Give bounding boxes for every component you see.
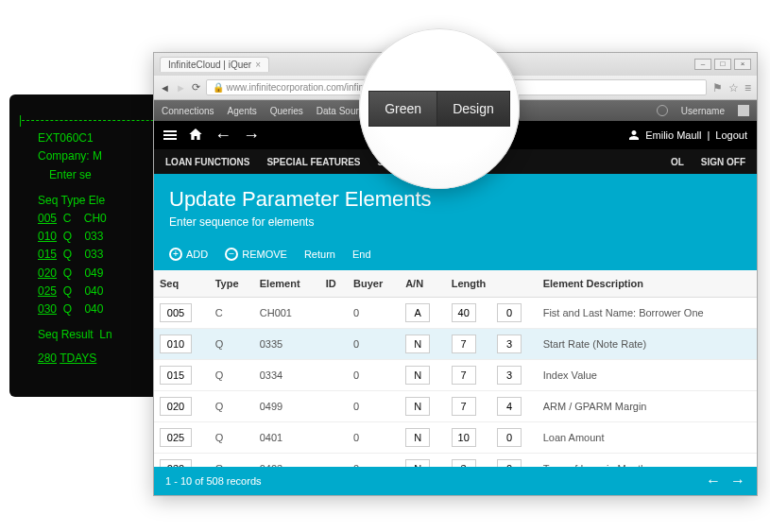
menu-item[interactable]: SPECIAL FEATURES	[266, 157, 360, 167]
cell-element: CH001	[254, 298, 320, 329]
toolbar-item[interactable]: Agents	[228, 106, 257, 116]
table-row[interactable]: Q04990ARM / GPARM Margin	[154, 391, 757, 422]
an-input[interactable]	[405, 303, 430, 322]
toolbar-item[interactable]: Connections	[162, 106, 214, 116]
length-input[interactable]	[452, 397, 476, 416]
an-input[interactable]	[405, 459, 430, 467]
toolbar-item[interactable]: Queries	[270, 106, 303, 116]
cell-type: Q	[210, 454, 254, 468]
terminal-seq-link[interactable]: 010	[38, 230, 57, 243]
cell-buyer: 0	[348, 329, 400, 360]
forward-icon[interactable]: ►	[176, 82, 186, 94]
avatar[interactable]	[738, 105, 749, 116]
reload-icon[interactable]: ⟳	[192, 81, 200, 94]
cell-element: 0499	[254, 391, 320, 422]
flag-icon[interactable]: ⚑	[712, 81, 723, 94]
green-mode-button[interactable]: Green	[368, 91, 436, 127]
seq-input[interactable]	[160, 428, 192, 447]
maximize-button[interactable]: □	[714, 59, 731, 70]
star-icon[interactable]: ☆	[728, 81, 739, 94]
cell-desc: Start Rate (Note Rate)	[538, 329, 757, 360]
col-seq: Seq	[154, 270, 210, 298]
logout-link[interactable]: Logout	[715, 129, 747, 141]
cell-buyer: 0	[348, 360, 400, 391]
cell-element: 0401	[254, 422, 320, 454]
terminal-seq-link[interactable]: 025	[38, 284, 57, 298]
menu-icon[interactable]: ≡	[744, 81, 751, 94]
an-input[interactable]	[405, 335, 430, 353]
next-page-icon[interactable]: →	[730, 472, 745, 489]
menu-item[interactable]: SIGN OFF	[701, 157, 745, 167]
gear-icon[interactable]	[657, 105, 668, 116]
prev-page-icon[interactable]: ←	[706, 472, 721, 489]
col-desc: Element Description	[538, 270, 757, 298]
menu-item[interactable]: OL	[671, 157, 684, 167]
menu-item[interactable]: LOAN FUNCTIONS	[165, 157, 249, 167]
design-mode-button[interactable]: Design	[436, 91, 510, 127]
cell-desc: ARM / GPARM Margin	[538, 391, 757, 422]
col-type: Type	[210, 270, 254, 298]
close-icon[interactable]: ×	[255, 60, 261, 70]
cell-desc: Loan Amount	[538, 422, 757, 454]
length-input[interactable]	[452, 303, 476, 322]
length-input[interactable]	[452, 366, 476, 385]
table-row[interactable]: Q03350Start Rate (Note Rate)	[154, 329, 757, 360]
an-input[interactable]	[405, 397, 430, 416]
home-icon[interactable]	[188, 127, 203, 145]
dec-input[interactable]	[497, 459, 522, 467]
seq-input[interactable]	[160, 366, 192, 385]
an-input[interactable]	[405, 428, 430, 447]
terminal-seq-link[interactable]: 030	[38, 302, 57, 316]
dec-input[interactable]	[497, 303, 522, 322]
dec-input[interactable]	[497, 428, 522, 447]
record-count: 1 - 10 of 508 records	[165, 475, 262, 487]
browser-tab[interactable]: InfiniteCloud | iQuer ×	[160, 57, 269, 72]
cell-id	[320, 298, 348, 329]
terminal-footer-result[interactable]: TDAYS	[60, 352, 96, 365]
back-arrow-icon[interactable]: ←	[214, 126, 231, 146]
close-button[interactable]: ×	[734, 59, 751, 70]
end-button[interactable]: End	[352, 249, 371, 260]
length-input[interactable]	[452, 428, 476, 447]
user-name: Emilio Maull	[645, 129, 701, 141]
table-row[interactable]: Q03340Index Value	[154, 360, 757, 391]
cell-id	[320, 422, 348, 454]
table-row[interactable]: CCH0010Fist and Last Name: Borrower One	[154, 298, 757, 329]
forward-arrow-icon[interactable]: →	[243, 126, 260, 146]
an-input[interactable]	[405, 366, 430, 385]
seq-input[interactable]	[160, 459, 192, 467]
dec-input[interactable]	[497, 335, 522, 353]
terminal-seq-link[interactable]: 020	[38, 266, 57, 280]
terminal-footer-seq[interactable]: 280	[38, 352, 57, 365]
col-buyer: Buyer	[348, 270, 400, 298]
dec-input[interactable]	[497, 397, 522, 416]
minimize-button[interactable]: –	[694, 59, 711, 70]
tab-title: InfiniteCloud | iQuer	[168, 60, 251, 70]
toolbar-username[interactable]: Username	[681, 106, 725, 116]
terminal-seq-link[interactable]: 015	[38, 248, 57, 261]
page-title: Update Parameter Elements	[169, 187, 742, 212]
length-input[interactable]	[452, 459, 476, 467]
terminal-seq-link[interactable]: 005	[38, 212, 57, 225]
cell-type: Q	[210, 422, 254, 454]
seq-input[interactable]	[160, 397, 192, 416]
seq-input[interactable]	[160, 303, 192, 322]
table-row[interactable]: Q04010Loan Amount	[154, 422, 757, 454]
user-section: Emilio Maull | Logout	[628, 129, 747, 141]
seq-input[interactable]	[160, 335, 192, 353]
hamburger-icon[interactable]	[163, 130, 177, 140]
remove-button[interactable]: −REMOVE	[225, 248, 287, 261]
back-icon[interactable]: ◄	[160, 82, 170, 94]
table-row[interactable]: Q04030Term of Loan in Months	[154, 454, 757, 468]
cell-element: 0335	[254, 329, 320, 360]
return-button[interactable]: Return	[304, 249, 335, 260]
length-input[interactable]	[452, 335, 476, 353]
add-button[interactable]: +ADD	[169, 248, 208, 261]
cell-id	[320, 360, 348, 391]
cell-desc: Index Value	[538, 360, 757, 391]
cell-buyer: 0	[348, 391, 400, 422]
cell-buyer: 0	[348, 298, 400, 329]
action-bar: +ADD −REMOVE Return End	[154, 242, 757, 270]
cell-id	[320, 391, 348, 422]
dec-input[interactable]	[497, 366, 522, 385]
